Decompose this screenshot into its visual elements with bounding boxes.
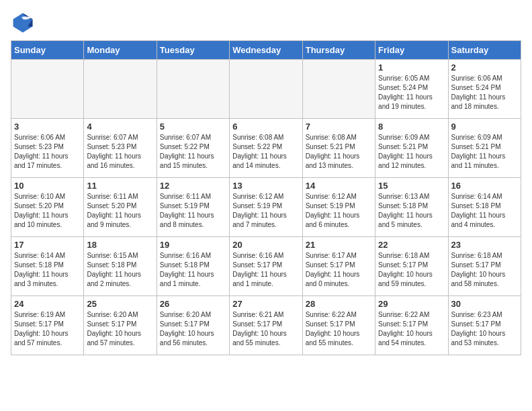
calendar-cell [302,60,375,119]
calendar-cell: 5Sunrise: 6:07 AM Sunset: 5:22 PM Daylig… [157,119,229,178]
day-number: 28 [306,299,372,309]
day-detail: Sunrise: 6:21 AM Sunset: 5:17 PM Dayligh… [232,310,299,348]
day-number: 14 [306,181,372,191]
page-container: SundayMondayTuesdayWednesdayThursdayFrid… [0,0,532,361]
calendar-week-1: 1Sunrise: 6:05 AM Sunset: 5:24 PM Daylig… [11,60,521,119]
day-detail: Sunrise: 6:14 AM Sunset: 5:18 PM Dayligh… [14,251,81,289]
day-number: 17 [14,240,81,250]
day-detail: Sunrise: 6:15 AM Sunset: 5:18 PM Dayligh… [87,251,153,289]
day-number: 1 [378,62,445,73]
calendar-cell [84,60,157,119]
day-number: 9 [451,122,518,132]
calendar-cell: 1Sunrise: 6:05 AM Sunset: 5:24 PM Daylig… [375,60,448,119]
day-number: 4 [87,122,153,132]
calendar-cell [11,60,84,119]
calendar-header: SundayMondayTuesdayWednesdayThursdayFrid… [11,41,521,60]
day-detail: Sunrise: 6:18 AM Sunset: 5:17 PM Dayligh… [378,251,445,289]
day-number: 18 [87,240,153,250]
day-number: 26 [160,299,226,309]
day-number: 27 [232,299,299,309]
logo-icon [11,11,35,35]
day-number: 20 [232,240,299,250]
day-detail: Sunrise: 6:07 AM Sunset: 5:23 PM Dayligh… [87,133,153,171]
weekday-header-friday: Friday [375,41,448,60]
day-detail: Sunrise: 6:16 AM Sunset: 5:17 PM Dayligh… [232,251,299,289]
calendar-cell: 29Sunrise: 6:22 AM Sunset: 5:17 PM Dayli… [375,296,448,355]
day-number: 3 [14,122,81,132]
day-number: 8 [378,122,445,132]
calendar-cell: 7Sunrise: 6:08 AM Sunset: 5:21 PM Daylig… [302,119,375,178]
calendar-cell: 19Sunrise: 6:16 AM Sunset: 5:18 PM Dayli… [157,237,229,296]
day-detail: Sunrise: 6:17 AM Sunset: 5:17 PM Dayligh… [306,251,372,289]
day-number: 25 [87,299,153,309]
calendar-cell: 13Sunrise: 6:12 AM Sunset: 5:19 PM Dayli… [230,178,302,237]
day-detail: Sunrise: 6:07 AM Sunset: 5:22 PM Dayligh… [160,133,226,171]
calendar-cell [230,60,302,119]
day-number: 21 [306,240,372,250]
day-number: 16 [451,181,518,191]
day-detail: Sunrise: 6:11 AM Sunset: 5:20 PM Dayligh… [87,192,153,230]
day-number: 29 [378,299,445,309]
calendar-week-4: 17Sunrise: 6:14 AM Sunset: 5:18 PM Dayli… [11,237,521,296]
day-detail: Sunrise: 6:12 AM Sunset: 5:19 PM Dayligh… [232,192,299,230]
calendar-cell: 3Sunrise: 6:06 AM Sunset: 5:23 PM Daylig… [11,119,84,178]
calendar-cell: 25Sunrise: 6:20 AM Sunset: 5:17 PM Dayli… [84,296,157,355]
svg-marker-0 [13,13,33,33]
day-number: 10 [14,181,81,191]
calendar-cell: 28Sunrise: 6:22 AM Sunset: 5:17 PM Dayli… [302,296,375,355]
calendar-cell [157,60,229,119]
calendar-cell: 18Sunrise: 6:15 AM Sunset: 5:18 PM Dayli… [84,237,157,296]
calendar-cell: 14Sunrise: 6:12 AM Sunset: 5:19 PM Dayli… [302,178,375,237]
logo [11,11,38,35]
weekday-header-row: SundayMondayTuesdayWednesdayThursdayFrid… [11,41,521,60]
weekday-header-saturday: Saturday [448,41,521,60]
calendar-cell: 22Sunrise: 6:18 AM Sunset: 5:17 PM Dayli… [375,237,448,296]
day-detail: Sunrise: 6:20 AM Sunset: 5:17 PM Dayligh… [87,310,153,348]
day-detail: Sunrise: 6:08 AM Sunset: 5:21 PM Dayligh… [306,133,372,171]
calendar-week-2: 3Sunrise: 6:06 AM Sunset: 5:23 PM Daylig… [11,119,521,178]
day-number: 23 [451,240,518,250]
calendar-cell: 4Sunrise: 6:07 AM Sunset: 5:23 PM Daylig… [84,119,157,178]
calendar-body: 1Sunrise: 6:05 AM Sunset: 5:24 PM Daylig… [11,60,521,355]
day-number: 30 [451,299,518,309]
calendar-cell: 24Sunrise: 6:19 AM Sunset: 5:17 PM Dayli… [11,296,84,355]
day-detail: Sunrise: 6:14 AM Sunset: 5:18 PM Dayligh… [451,192,518,230]
weekday-header-wednesday: Wednesday [230,41,302,60]
day-number: 12 [160,181,226,191]
calendar-cell: 11Sunrise: 6:11 AM Sunset: 5:20 PM Dayli… [84,178,157,237]
day-detail: Sunrise: 6:06 AM Sunset: 5:24 PM Dayligh… [451,74,518,111]
day-detail: Sunrise: 6:12 AM Sunset: 5:19 PM Dayligh… [306,192,372,230]
calendar-cell: 12Sunrise: 6:11 AM Sunset: 5:19 PM Dayli… [157,178,229,237]
calendar-cell: 21Sunrise: 6:17 AM Sunset: 5:17 PM Dayli… [302,237,375,296]
calendar-cell: 9Sunrise: 6:09 AM Sunset: 5:21 PM Daylig… [448,119,521,178]
day-detail: Sunrise: 6:16 AM Sunset: 5:18 PM Dayligh… [160,251,226,289]
calendar-cell: 2Sunrise: 6:06 AM Sunset: 5:24 PM Daylig… [448,60,521,119]
day-detail: Sunrise: 6:23 AM Sunset: 5:17 PM Dayligh… [451,310,518,348]
weekday-header-tuesday: Tuesday [157,41,229,60]
day-number: 13 [232,181,299,191]
day-number: 7 [306,122,372,132]
day-detail: Sunrise: 6:11 AM Sunset: 5:19 PM Dayligh… [160,192,226,230]
day-number: 2 [451,62,518,73]
day-detail: Sunrise: 6:19 AM Sunset: 5:17 PM Dayligh… [14,310,81,348]
calendar-cell: 17Sunrise: 6:14 AM Sunset: 5:18 PM Dayli… [11,237,84,296]
day-detail: Sunrise: 6:09 AM Sunset: 5:21 PM Dayligh… [378,133,445,171]
day-detail: Sunrise: 6:09 AM Sunset: 5:21 PM Dayligh… [451,133,518,171]
calendar-cell: 15Sunrise: 6:13 AM Sunset: 5:18 PM Dayli… [375,178,448,237]
calendar-cell: 8Sunrise: 6:09 AM Sunset: 5:21 PM Daylig… [375,119,448,178]
day-number: 6 [232,122,299,132]
weekday-header-sunday: Sunday [11,41,84,60]
day-detail: Sunrise: 6:22 AM Sunset: 5:17 PM Dayligh… [306,310,372,348]
day-detail: Sunrise: 6:22 AM Sunset: 5:17 PM Dayligh… [378,310,445,348]
calendar-cell: 27Sunrise: 6:21 AM Sunset: 5:17 PM Dayli… [230,296,302,355]
day-number: 22 [378,240,445,250]
day-detail: Sunrise: 6:05 AM Sunset: 5:24 PM Dayligh… [378,74,445,111]
calendar-table: SundayMondayTuesdayWednesdayThursdayFrid… [11,40,521,355]
calendar-week-3: 10Sunrise: 6:10 AM Sunset: 5:20 PM Dayli… [11,178,521,237]
day-detail: Sunrise: 6:13 AM Sunset: 5:18 PM Dayligh… [378,192,445,230]
calendar-cell: 23Sunrise: 6:18 AM Sunset: 5:17 PM Dayli… [448,237,521,296]
calendar-week-5: 24Sunrise: 6:19 AM Sunset: 5:17 PM Dayli… [11,296,521,355]
day-number: 5 [160,122,226,132]
day-detail: Sunrise: 6:18 AM Sunset: 5:17 PM Dayligh… [451,251,518,289]
day-number: 19 [160,240,226,250]
